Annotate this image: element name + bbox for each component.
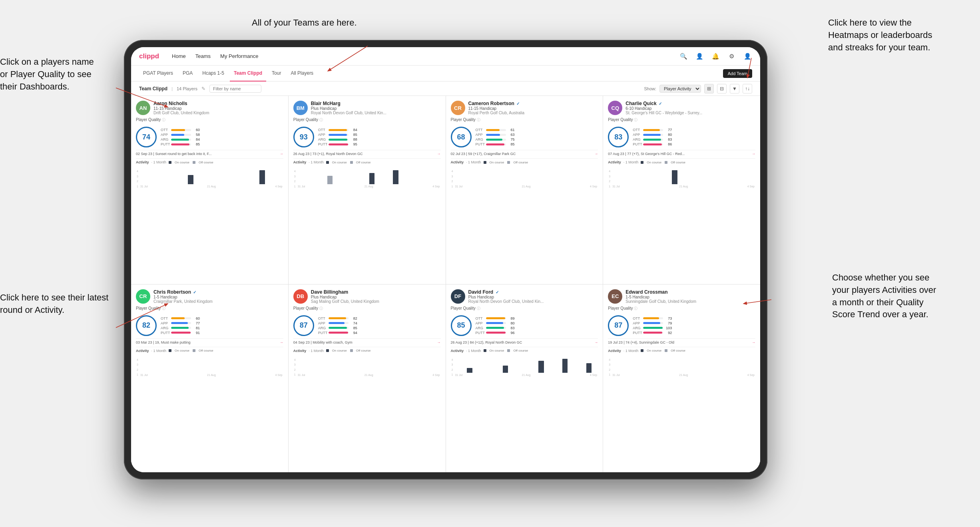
stat-label-ott: OTT [318,128,327,132]
nav-teams[interactable]: Teams [195,53,211,59]
tab-team-clippd[interactable]: Team Clippd [230,66,266,82]
stat-value-putt: 86 [665,142,672,146]
sort-button[interactable]: ↑↓ [743,84,752,93]
stat-value-putt: 95 [350,142,357,146]
quality-circle[interactable]: 87 [293,315,314,336]
toolbar-right: Show: Player Activity ⊞ ⊟ ▼ ↑↓ [644,84,752,93]
info-icon: ⓘ [162,306,165,310]
stat-label-app: APP [318,321,327,325]
last-round[interactable]: 03 Mar 23 | 19, Must make putting → [136,338,283,344]
quality-circle[interactable]: 93 [293,127,314,147]
stat-label-app: APP [476,321,484,325]
y-label-3: 3 [452,363,453,366]
quality-circle[interactable]: 87 [608,315,629,336]
y-label-1: 1 [294,373,296,376]
stat-bar-app [486,322,503,324]
last-round[interactable]: 02 Jul 23 | 59 (+17), Craigmillar Park G… [451,150,598,156]
player-name[interactable]: David Ford ✓ [468,289,598,295]
player-handicap: Plus Handicap [311,106,441,111]
player-info: Blair McHarg Plus Handicap Royal North D… [311,101,441,115]
ipad-screen: clippd Home Teams My Performance 🔍 👤 🔔 ⚙… [131,47,760,472]
player-avatar[interactable]: CR [451,101,465,115]
tab-tour[interactable]: Tour [268,66,285,82]
x-label-2: 4 Sep [275,374,282,376]
player-avatar[interactable]: DF [451,289,465,304]
activity-header: Activity · 1 Month On course Off course [451,160,598,164]
last-round[interactable]: 19 Jul 23 | 74 (+4), Sunningdale GC - Ol… [608,338,755,344]
player-avatar[interactable]: EC [608,289,622,304]
nav-my-performance[interactable]: My Performance [220,53,258,59]
nav-icons: 🔍 👤 🔔 ⚙ 👤 [679,52,752,61]
player-name[interactable]: Edward Crossman [625,289,755,295]
activity-title: Activity [293,349,307,353]
legend-on-dot [484,349,486,352]
x-label-1: 21 Aug [207,374,216,376]
quality-circle[interactable]: 83 [608,127,629,147]
tab-pgat[interactable]: PGAT Players [139,66,177,82]
add-team-button[interactable]: Add Team [723,69,752,78]
y-label-3: 3 [137,175,138,178]
quality-circle[interactable]: 82 [136,315,157,336]
tab-hcaps[interactable]: Hcaps 1-5 [198,66,228,82]
player-name[interactable]: Dave Billingham [311,289,441,295]
player-header: CQ Charlie Quick ✓ 6-10 Handicap St. Geo… [608,101,755,115]
player-avatar[interactable]: CR [136,289,150,304]
stat-value-ott: 84 [350,128,357,132]
quality-circle[interactable]: 85 [451,315,472,336]
activity-title: Activity [136,349,149,353]
player-name[interactable]: Charlie Quick ✓ [625,101,755,106]
x-label-1: 21 Aug [679,185,688,188]
stat-label-app: APP [161,133,169,137]
stat-value-putt: 85 [508,142,515,146]
activity-title: Activity [451,349,464,353]
search-input[interactable] [209,85,261,93]
player-name[interactable]: Chris Robertson ✓ [153,289,283,295]
last-round[interactable]: 26 Aug 23 | 84 (+12), Royal North Devon … [451,338,598,344]
chart-x-labels: 31 Jul 21 Aug 4 Sep [140,185,283,188]
stat-value-putt: 91 [193,331,200,335]
stat-value-arg: 88 [350,137,357,141]
activity-period: · 1 Month [151,349,167,353]
player-name[interactable]: Blair McHarg [311,101,441,106]
filter-button[interactable]: ▼ [730,84,739,93]
player-avatar[interactable]: AN [136,101,150,115]
chart-bar-group [321,176,333,184]
player-name[interactable]: Cameron Robertson ✓ [468,101,598,106]
last-round[interactable]: 02 Sep 23 | Sunset round to get back int… [136,150,283,156]
search-icon[interactable]: 🔍 [679,52,688,61]
quality-circle[interactable]: 68 [451,127,472,147]
nav-home[interactable]: Home [172,53,186,59]
last-round[interactable]: 07 Aug 23 | 77 (+7), St George's Hill GC… [608,150,755,156]
activity-section: Activity · 1 Month On course Off course … [608,158,755,188]
bell-icon[interactable]: 🔔 [711,52,720,61]
player-avatar[interactable]: CQ [608,101,622,115]
list-view-button[interactable]: ⊟ [717,84,727,93]
last-round[interactable]: 26 Aug 23 | 73 (+1), Royal North Devon G… [293,150,441,156]
tab-all-players[interactable]: All Players [287,66,317,82]
stat-bar-ott [486,317,505,319]
stats-rows: OTT 77 APP 80 ARG 83 PUTT 86 [633,128,755,146]
tab-pga[interactable]: PGA [179,66,197,82]
quality-circle[interactable]: 74 [136,127,157,147]
quality-label: Player Quality ⓘ [136,306,283,311]
stat-row-app: APP 80 [476,321,598,325]
legend-on-label: On course [647,349,661,352]
activity-header: Activity · 1 Month On course Off course [608,160,755,164]
info-icon: ⓘ [162,118,165,122]
stat-row-putt: PUTT 94 [318,331,441,335]
edit-icon[interactable]: ✎ [201,86,205,91]
player-avatar[interactable]: BM [293,101,308,115]
settings-icon[interactable]: ⚙ [727,52,736,61]
mini-chart: 4 3 2 1 [608,166,755,188]
grid-view-button[interactable]: ⊞ [704,84,714,93]
y-label-2: 2 [137,368,138,371]
activity-legend: On course Off course [326,349,371,352]
player-avatar[interactable]: DB [293,289,308,304]
profile-icon[interactable]: 👤 [743,52,752,61]
player-name[interactable]: Aaron Nicholls [153,101,283,106]
show-select[interactable]: Player Activity [659,85,701,93]
last-round[interactable]: 04 Sep 23 | Mobility with coach, Gym → [293,338,441,344]
stat-label-arg: ARG [318,326,327,330]
stats-rows: OTT 82 APP 74 ARG 85 PUTT 94 [318,316,441,335]
person-icon[interactable]: 👤 [695,52,704,61]
